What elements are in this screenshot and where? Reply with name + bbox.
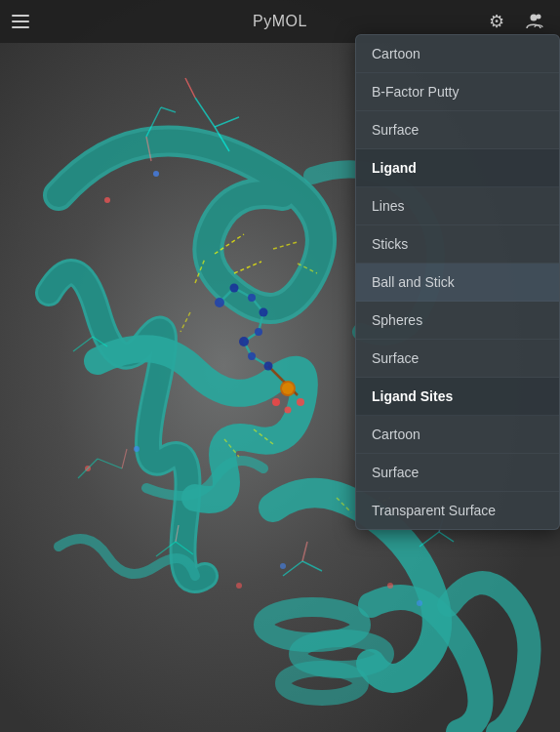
svg-point-28	[239, 337, 249, 346]
menu-item-ls-cartoon[interactable]: Cartoon	[356, 416, 559, 454]
menu-item-spheres[interactable]: Spheres	[356, 302, 559, 340]
settings-icon[interactable]: ⚙	[482, 7, 511, 36]
menu-item-ls-surface[interactable]: Surface	[356, 454, 559, 492]
svg-point-51	[280, 563, 286, 569]
svg-point-66	[537, 15, 541, 20]
svg-point-52	[387, 583, 393, 589]
menu-item-ball-and-stick[interactable]: Ball and Stick	[356, 264, 559, 302]
menu-item-sticks[interactable]: Sticks	[356, 225, 559, 264]
menu-item-bfactor-putty[interactable]: B-Factor Putty	[356, 73, 559, 111]
menu-item-surface-protein[interactable]: Surface	[356, 111, 559, 149]
svg-point-46	[104, 197, 110, 203]
svg-point-53	[417, 600, 422, 606]
svg-point-32	[282, 383, 294, 394]
menu-item-surface-ligand[interactable]: Surface	[356, 340, 559, 378]
app-title: PyMOL	[253, 13, 307, 30]
svg-point-50	[236, 583, 242, 589]
svg-point-47	[153, 171, 159, 177]
menu-item-cartoon[interactable]: Cartoon	[356, 35, 559, 73]
menu-section-ligand-sites: Ligand Sites	[356, 378, 559, 416]
svg-point-30	[264, 362, 273, 371]
svg-point-25	[248, 294, 256, 302]
dropdown-menu: CartoonB-Factor PuttySurfaceLigandLinesS…	[355, 34, 560, 530]
svg-point-65	[531, 15, 538, 21]
user-icon[interactable]	[519, 7, 548, 36]
svg-point-33	[297, 398, 304, 406]
menu-item-ls-transparent-surface[interactable]: Transparent Surface	[356, 492, 559, 529]
svg-point-34	[272, 398, 280, 406]
svg-point-24	[230, 284, 239, 293]
svg-point-26	[260, 308, 268, 317]
menu-item-lines[interactable]: Lines	[356, 187, 559, 225]
menu-icon[interactable]	[12, 15, 29, 28]
svg-point-29	[248, 352, 256, 360]
svg-point-35	[285, 407, 292, 414]
svg-point-49	[134, 446, 140, 452]
svg-point-27	[255, 328, 262, 336]
svg-point-23	[215, 298, 224, 307]
menu-section-ligand: Ligand	[356, 149, 559, 187]
